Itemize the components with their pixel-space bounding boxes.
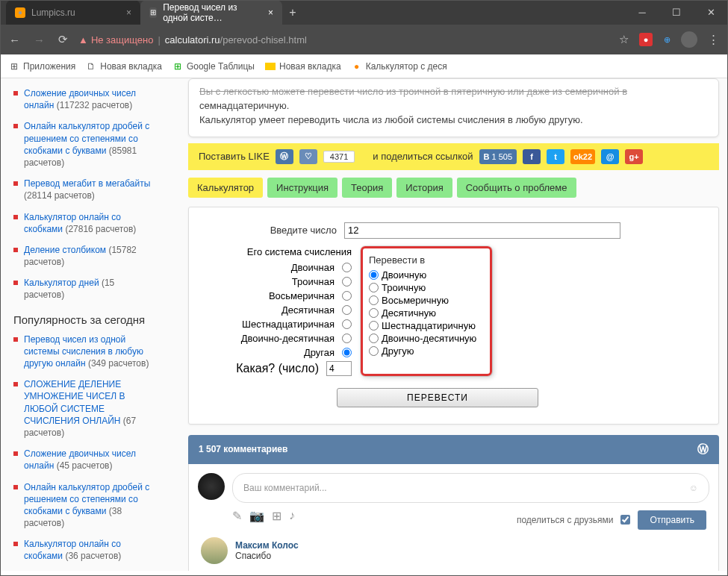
from-radio[interactable] — [342, 305, 352, 315]
sidebar-count: (45 расчетов) — [57, 460, 113, 471]
tab-title: Lumpics.ru — [31, 7, 75, 18]
heart-button[interactable]: ♡ — [299, 149, 317, 164]
bullet-icon — [13, 91, 18, 96]
comments-header: 1 507 комментариев Ⓦ — [188, 435, 719, 464]
extension-icon[interactable]: ⊕ — [660, 33, 673, 46]
to-radio-label: Десятичную — [382, 307, 436, 319]
bookmark-item[interactable]: ●Калькулятор с деся — [352, 61, 447, 72]
calculator-panel: Введите число Его система счисления Двои… — [188, 207, 719, 425]
from-radio[interactable] — [342, 334, 352, 343]
to-radio-label: Шестнадцатиричную — [382, 320, 476, 331]
maximize-button[interactable]: ☐ — [659, 0, 694, 25]
sidebar-link[interactable]: Деление столбиком — [24, 245, 106, 255]
mail-share-button[interactable]: @ — [601, 149, 619, 164]
to-radio-label: Троичную — [382, 282, 426, 293]
sidebar-link[interactable]: СЛОЖЕНИЕ ДЕЛЕНИЕ УМНОЖЕНИЕ ЧИСЕЛ В ЛЮБОЙ… — [24, 379, 125, 426]
to-radio-label: Другую — [382, 345, 414, 357]
from-radio[interactable] — [342, 319, 352, 329]
close-icon[interactable]: × — [126, 7, 131, 18]
tab-calculator[interactable]: Калькулятор — [188, 178, 263, 198]
sidebar-count: (36 расчетов) — [65, 551, 121, 561]
tw-share-button[interactable]: t — [547, 149, 564, 164]
tab-instruction[interactable]: Инструкция — [267, 178, 337, 198]
comment-input[interactable]: Ваш комментарий... ☺ — [232, 473, 709, 503]
from-radio[interactable] — [342, 263, 352, 272]
convert-button[interactable]: ПЕРЕВЕСТИ — [337, 388, 538, 407]
bookmark-item[interactable]: ⊞Google Таблицы — [172, 61, 255, 72]
from-radio[interactable] — [342, 348, 352, 357]
back-button[interactable]: ← — [6, 31, 23, 49]
from-radio[interactable] — [342, 291, 352, 301]
favicon-icon: ● — [15, 7, 25, 18]
attach-icon[interactable]: ✎ — [232, 509, 242, 523]
fb-share-button[interactable]: f — [523, 149, 541, 164]
close-window-button[interactable]: ✕ — [694, 0, 728, 25]
other-base-input[interactable] — [326, 361, 352, 376]
star-icon[interactable]: ☆ — [616, 30, 632, 49]
gplus-share-button[interactable]: g+ — [625, 149, 643, 164]
sidebar-link[interactable]: Онлайн калькулятор дробей с решением со … — [24, 482, 149, 516]
bookmark-item[interactable]: Новая вкладка — [265, 61, 341, 72]
music-icon[interactable]: ♪ — [289, 509, 295, 523]
bullet-icon — [13, 451, 18, 456]
sidebar-count: (349 расчетов) — [88, 358, 149, 369]
browser-tab-active[interactable]: ⊞ Перевод чисел из одной систе… × — [140, 0, 282, 25]
comment-text: Спасибо — [235, 551, 299, 561]
ok-share-button[interactable]: ok 22 — [570, 149, 595, 164]
commenter-name[interactable]: Максим Колос — [235, 540, 299, 551]
user-avatar — [198, 473, 225, 500]
sidebar-link[interactable]: Калькулятор дней — [24, 278, 99, 288]
sidebar-count: (117232 расчетов) — [57, 100, 133, 110]
to-radio[interactable] — [369, 283, 379, 292]
forward-button[interactable]: → — [31, 31, 48, 49]
from-radio[interactable] — [342, 277, 352, 287]
send-button[interactable]: Отправить — [638, 510, 706, 530]
other-base-label: Какая? (число) — [236, 362, 319, 375]
share-friends-label: поделиться с друзьями — [517, 515, 614, 525]
emoji-icon[interactable]: ☺ — [689, 483, 698, 493]
convert-to-box: Перевести в ДвоичнуюТроичнуюВосьмеричную… — [361, 246, 492, 376]
from-radio-label: Десятичная — [281, 304, 335, 316]
from-radio-label: Другая — [304, 347, 335, 358]
to-radio[interactable] — [369, 308, 379, 318]
vk-like-button[interactable]: Ⓦ — [276, 149, 293, 164]
bookmark-item[interactable]: 🗋Новая вкладка — [86, 61, 162, 72]
minimize-button[interactable]: ─ — [625, 0, 659, 25]
to-radio[interactable] — [369, 295, 379, 305]
bullet-icon — [13, 181, 18, 186]
to-radio-label: Двоично-десятичную — [382, 333, 476, 344]
from-radio-label: Двоичная — [291, 262, 335, 273]
browser-tab-inactive[interactable]: ● Lumpics.ru × — [6, 0, 140, 25]
favicon-icon: ⊞ — [149, 7, 157, 18]
share-checkbox[interactable] — [620, 515, 630, 525]
profile-avatar[interactable] — [681, 31, 697, 48]
to-radio[interactable] — [369, 321, 379, 331]
to-system-label: Перевести в — [369, 254, 476, 266]
tab-theory[interactable]: Теория — [342, 178, 392, 198]
number-input[interactable] — [344, 222, 620, 239]
new-tab-button[interactable]: + — [282, 2, 303, 23]
camera-icon[interactable]: 📷 — [249, 509, 264, 523]
vk-share-button[interactable]: В 1 505 — [479, 149, 517, 164]
bullet-icon — [13, 215, 18, 219]
tab-report[interactable]: Сообщить о проблеме — [457, 178, 576, 198]
apps-button[interactable]: ⊞Приложения — [9, 61, 75, 72]
menu-button[interactable]: ⋮ — [705, 30, 722, 49]
address-bar[interactable]: ▲ Не защищено | calculatori.ru/perevod-c… — [78, 34, 609, 46]
sidebar-section-header: Популярность за сегодня — [13, 306, 154, 329]
from-system-label: Его система счисления — [210, 246, 352, 257]
tab-title: Перевод чисел из одной систе… — [163, 2, 262, 23]
extension-icon[interactable]: ● — [639, 33, 653, 46]
sidebar-link[interactable]: Перевод мегабит в мегабайты — [24, 178, 150, 189]
input-label: Введите число — [210, 225, 344, 236]
bullet-icon — [13, 281, 18, 285]
to-radio[interactable] — [369, 270, 379, 280]
close-icon[interactable]: × — [268, 7, 273, 18]
to-radio[interactable] — [369, 334, 379, 343]
vk-icon: Ⓦ — [697, 442, 709, 457]
tab-history[interactable]: История — [396, 178, 452, 198]
to-radio[interactable] — [369, 346, 379, 356]
from-radio-label: Восьмеричная — [269, 290, 335, 301]
reload-button[interactable]: ⟳ — [55, 30, 71, 49]
video-icon[interactable]: ⊞ — [272, 509, 281, 523]
